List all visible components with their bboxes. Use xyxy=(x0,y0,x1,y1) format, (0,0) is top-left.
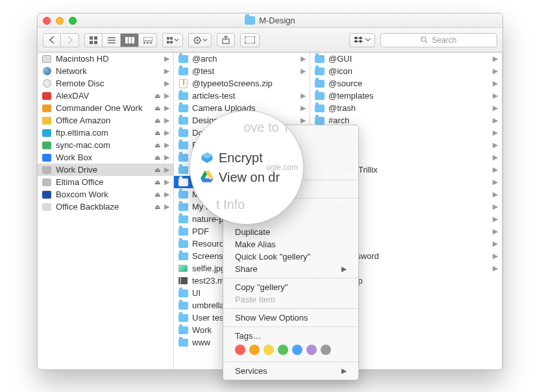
eject-icon[interactable]: ⏏ xyxy=(154,117,160,124)
dropbox-button[interactable] xyxy=(349,33,375,47)
magnifier-overlay: ove to Tr Encrypt View on dr ogle.com t … xyxy=(190,110,304,225)
eject-icon[interactable]: ⏏ xyxy=(154,141,160,149)
list-item[interactable]: sync-mac.com⏏▶ xyxy=(38,139,173,151)
folder-icon xyxy=(314,54,325,64)
drive-icon xyxy=(42,91,52,101)
dropbox-icon xyxy=(354,36,363,44)
list-item[interactable]: articles-test▶ xyxy=(174,90,310,102)
svg-rect-11 xyxy=(143,42,145,43)
menu-make-alias[interactable]: Make Alias xyxy=(223,238,358,251)
svg-marker-38 xyxy=(201,178,212,182)
chevron-right-icon: ▶ xyxy=(493,202,498,211)
folder-icon xyxy=(178,202,188,212)
list-item[interactable]: @arch▶ xyxy=(174,53,310,65)
tags-button[interactable] xyxy=(240,33,260,47)
view-mode-group xyxy=(84,33,157,47)
submenu-arrow-icon: ▶ xyxy=(341,367,347,375)
chevron-right-icon: ▶ xyxy=(164,116,169,125)
menu-duplicate[interactable]: Duplicate xyxy=(223,226,358,238)
list-item[interactable]: @source▶ xyxy=(310,77,502,90)
chevron-right-icon: ▶ xyxy=(301,55,306,63)
folder-icon xyxy=(178,190,188,200)
chevron-right-icon: ▶ xyxy=(164,190,169,199)
list-item[interactable]: @typeetoScreens.zip xyxy=(174,77,310,90)
tag-color[interactable] xyxy=(292,345,302,355)
tag-color[interactable] xyxy=(321,345,331,355)
eject-icon[interactable]: ⏏ xyxy=(154,154,160,161)
item-label: UI xyxy=(192,288,201,298)
arrange-button[interactable] xyxy=(162,33,183,47)
folder-icon xyxy=(314,103,325,114)
list-item[interactable]: @icon▶ xyxy=(310,65,502,77)
menu-services[interactable]: Services▶ xyxy=(223,365,358,377)
list-item[interactable]: Work Box⏏▶ xyxy=(38,151,173,164)
back-button[interactable] xyxy=(43,33,61,47)
chevron-right-icon: ▶ xyxy=(493,141,498,149)
list-item[interactable]: Commander One Work⏏▶ xyxy=(38,102,173,114)
list-item[interactable]: Office Amazon⏏▶ xyxy=(38,114,173,127)
eject-icon[interactable]: ⏏ xyxy=(154,178,160,186)
column-view-button[interactable] xyxy=(121,33,139,47)
folder-icon xyxy=(178,325,188,336)
list-item[interactable]: Macintosh HD▶ xyxy=(38,53,173,65)
list-item[interactable]: Network▶ xyxy=(38,65,173,77)
folder-icon xyxy=(178,140,188,151)
search-input[interactable]: Search xyxy=(380,33,497,47)
eject-icon[interactable]: ⏏ xyxy=(154,191,160,198)
drive-icon xyxy=(42,177,52,188)
chevron-right-icon: ▶ xyxy=(493,55,498,63)
list-view-button[interactable] xyxy=(103,33,121,47)
chevron-right-icon: ▶ xyxy=(164,153,169,162)
eject-icon[interactable]: ⏏ xyxy=(154,203,160,210)
chevron-right-icon: ▶ xyxy=(164,165,169,174)
folder-icon xyxy=(178,214,188,225)
chevron-right-icon: ▶ xyxy=(164,55,169,63)
list-item[interactable]: @test▶ xyxy=(174,65,310,77)
list-item[interactable]: Boxcom Work⏏▶ xyxy=(38,188,173,201)
action-button[interactable] xyxy=(188,33,212,47)
tag-color[interactable] xyxy=(264,345,274,355)
tag-color[interactable] xyxy=(235,345,245,355)
list-item[interactable]: AlexDAV⏏▶ xyxy=(38,90,173,102)
menu-show-view-options[interactable]: Show View Options xyxy=(223,312,358,324)
item-label: Work Box xyxy=(56,153,92,162)
list-item[interactable]: Office Backblaze⏏▶ xyxy=(38,201,173,213)
list-item[interactable]: @templates▶ xyxy=(310,90,502,102)
forward-button[interactable] xyxy=(61,33,79,47)
tag-color[interactable] xyxy=(278,345,288,355)
search-placeholder: Search xyxy=(432,36,456,45)
drive-icon xyxy=(42,128,52,138)
drive-icon xyxy=(42,140,52,151)
gallery-view-button[interactable] xyxy=(139,33,157,47)
menu-tags[interactable]: Tags… xyxy=(223,330,358,342)
list-item[interactable]: Work Drive⏏▶ xyxy=(38,164,173,176)
list-item[interactable]: Eltima Office⏏▶ xyxy=(38,176,173,188)
folder-icon xyxy=(178,103,188,114)
icon-view-button[interactable] xyxy=(84,33,103,47)
tag-color[interactable] xyxy=(306,345,317,355)
item-label: @templates xyxy=(328,91,374,101)
eject-icon[interactable]: ⏏ xyxy=(154,92,160,99)
tag-color[interactable] xyxy=(249,345,260,355)
eject-icon[interactable]: ⏏ xyxy=(154,129,160,136)
menu-copy[interactable]: Copy "gellery" xyxy=(223,281,358,293)
item-label: ftp.eltima.com xyxy=(56,128,108,138)
share-button[interactable] xyxy=(217,33,235,47)
item-label: Remote Disc xyxy=(56,79,104,88)
eject-icon[interactable]: ⏏ xyxy=(154,104,160,112)
list-item[interactable]: @GUI▶ xyxy=(310,53,502,65)
folder-icon xyxy=(178,66,188,77)
svg-rect-0 xyxy=(90,36,93,40)
list-item[interactable]: ftp.eltima.com⏏▶ xyxy=(38,127,173,139)
svg-rect-7 xyxy=(125,37,128,43)
eject-icon[interactable]: ⏏ xyxy=(154,166,160,173)
menu-share[interactable]: Share▶ xyxy=(223,263,358,275)
menu-paste[interactable]: Paste Item xyxy=(223,293,358,306)
list-item[interactable]: @trash▶ xyxy=(310,102,502,114)
svg-rect-13 xyxy=(150,42,152,43)
encrypt-icon xyxy=(201,151,214,164)
list-item[interactable]: Remote Disc▶ xyxy=(38,77,173,90)
folder-icon xyxy=(178,153,188,163)
item-label: sync-mac.com xyxy=(56,140,110,150)
menu-quick-look[interactable]: Quick Look "gellery" xyxy=(223,251,358,263)
